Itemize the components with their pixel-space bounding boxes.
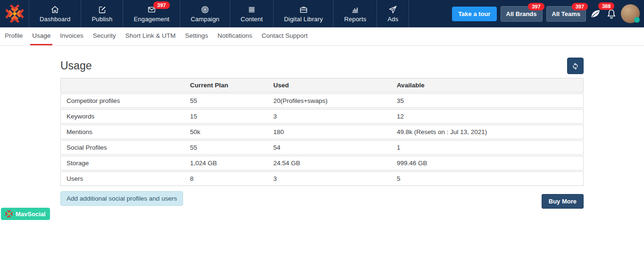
row-link-mentions[interactable]: Mentions <box>60 125 184 139</box>
edit-icon <box>98 5 107 14</box>
cell-available: 999.46 GB <box>391 156 584 170</box>
all-brands-badge: 397 <box>528 3 544 10</box>
refresh-button[interactable] <box>567 58 584 74</box>
table-row: Social Profiles 55 54 1 <box>60 140 584 155</box>
tab-settings[interactable]: Settings <box>180 32 213 45</box>
table-header-row: Current Plan Used Available <box>60 78 584 93</box>
row-link-competitor-profiles[interactable]: Competitor profiles <box>60 93 184 108</box>
nav-item-dashboard[interactable]: Dashboard <box>29 0 81 27</box>
table-row: Users 8 3 5 <box>60 171 584 186</box>
cell-available: 12 <box>391 109 584 124</box>
tab-notifications[interactable]: Notifications <box>213 32 257 45</box>
row-link-social-profiles[interactable]: Social Profiles <box>60 140 184 155</box>
mavsocial-logo[interactable] <box>0 0 29 27</box>
cell-current-plan: 15 <box>184 109 268 124</box>
target-icon <box>201 5 209 14</box>
table-row: Mentions 50k 180 49.8k (Resets on : Jul … <box>60 125 584 139</box>
cell-current-plan: 50k <box>184 125 268 139</box>
tab-short-link-utm[interactable]: Short Link & UTM <box>121 32 181 45</box>
nav-label: Engagement <box>134 16 169 23</box>
cell-used: 3 <box>268 171 391 186</box>
tab-contact-support[interactable]: Contact Support <box>257 32 312 45</box>
row-link-storage[interactable]: Storage <box>60 156 184 170</box>
nav-label: Campaign <box>191 16 219 23</box>
nav-label: Ads <box>387 16 398 23</box>
nav-item-content[interactable]: Content <box>230 0 274 27</box>
nav-item-campaign[interactable]: Campaign <box>180 0 230 27</box>
cell-used: 3 <box>268 109 391 124</box>
nav-label: Publish <box>92 16 112 23</box>
cell-available: 49.8k (Resets on : Jul 13, 2021) <box>391 125 584 139</box>
tab-invoices[interactable]: Invoices <box>55 32 88 45</box>
engagement-badge: 397 <box>153 1 169 9</box>
nav-item-publish[interactable]: Publish <box>81 0 123 27</box>
table-row: Competitor profiles 55 20(Profiles+swaps… <box>60 93 584 108</box>
nav-label: Digital Library <box>284 16 323 23</box>
all-teams-badge: 397 <box>572 3 588 10</box>
notifications-badge: 388 <box>598 2 614 10</box>
bar-chart-icon <box>351 5 360 14</box>
cell-current-plan: 55 <box>184 93 268 108</box>
refresh-icon <box>571 62 579 70</box>
cell-available: 35 <box>391 93 584 108</box>
mavsocial-badge-label: MavSocial <box>16 211 46 218</box>
briefcase-icon <box>299 5 308 14</box>
nav-item-reports[interactable]: Reports <box>334 0 377 27</box>
cell-used: 180 <box>268 125 391 139</box>
header-used: Used <box>268 78 391 93</box>
mavsocial-floating-badge[interactable]: MavSocial <box>1 208 50 220</box>
cell-current-plan: 1,024 GB <box>184 156 268 170</box>
header-blank <box>60 78 184 93</box>
cell-current-plan: 55 <box>184 140 268 155</box>
all-brands-wrap: 397 All Brands <box>501 6 543 22</box>
notifications-wrap: 388 <box>606 8 617 19</box>
tab-security[interactable]: Security <box>88 32 121 45</box>
mavsocial-badge-icon <box>5 210 13 218</box>
nav-item-digital-library[interactable]: Digital Library <box>274 0 334 27</box>
table-row: Keywords 15 3 12 <box>60 109 584 124</box>
cell-used: 20(Profiles+swaps) <box>268 93 391 108</box>
top-navigation-bar: Dashboard Publish 397 Engagement Campaig… <box>0 0 644 27</box>
topbar-right-group: Take a tour 397 All Brands 397 All Teams… <box>452 0 644 27</box>
usage-page: Usage Current Plan Used Available Compet… <box>60 58 584 209</box>
cell-used: 54 <box>268 140 391 155</box>
header-available: Available <box>391 78 584 93</box>
nav-item-ads[interactable]: Ads <box>377 0 409 27</box>
home-icon <box>50 5 59 14</box>
row-link-users[interactable]: Users <box>60 171 184 186</box>
cell-available: 1 <box>391 140 584 155</box>
cell-current-plan: 8 <box>184 171 268 186</box>
usage-table: Current Plan Used Available Competitor p… <box>60 77 584 187</box>
tab-profile[interactable]: Profile <box>0 32 27 45</box>
user-avatar[interactable] <box>621 4 640 23</box>
mavsocial-logo-icon <box>6 5 24 23</box>
cell-used: 24.54 GB <box>268 156 391 170</box>
tab-usage[interactable]: Usage <box>27 32 55 45</box>
table-row: Storage 1,024 GB 24.54 GB 999.46 GB <box>60 156 584 170</box>
leaf-icon[interactable] <box>590 8 601 19</box>
list-icon <box>247 5 256 14</box>
row-link-keywords[interactable]: Keywords <box>60 109 184 124</box>
settings-tab-bar: Profile Usage Invoices Security Short Li… <box>0 27 644 46</box>
take-a-tour-button[interactable]: Take a tour <box>452 7 496 21</box>
cell-available: 5 <box>391 171 584 186</box>
nav-label: Reports <box>344 16 366 23</box>
online-status-dot <box>634 17 640 23</box>
nav-label: Dashboard <box>40 16 70 23</box>
header-current-plan: Current Plan <box>184 78 268 93</box>
page-title: Usage <box>60 59 92 72</box>
all-teams-wrap: 397 All Teams <box>546 6 586 22</box>
nav-item-engagement[interactable]: 397 Engagement <box>123 0 180 27</box>
nav-label: Content <box>241 16 263 23</box>
buy-more-button[interactable]: Buy More <box>542 194 584 209</box>
add-social-profiles-button[interactable]: Add additional social profiles and users <box>60 191 183 206</box>
paper-plane-icon <box>388 5 397 14</box>
